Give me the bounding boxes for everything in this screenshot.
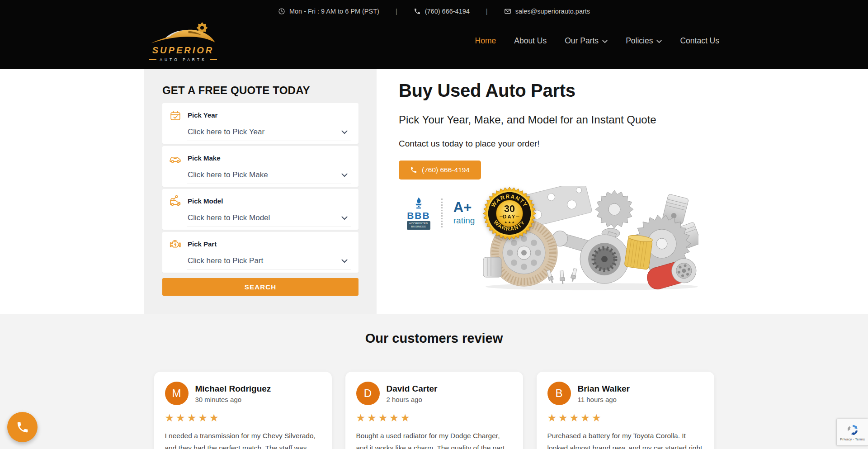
review-text: Purchased a battery for my Toyota Coroll… [547,430,703,449]
brand-name: SUPERIOR [149,45,217,56]
bbb-torch-icon [412,197,425,210]
chevron-down-icon [341,259,348,263]
field-pick-year: Pick Year Click here to Pick Year [162,103,359,144]
avatar: B [547,382,571,405]
hero-subtitle: Pick Your Year, Make, and Model for an I… [399,113,868,126]
field-pick-part: Pick Part Click here to Pick Part [162,232,359,273]
nav-home[interactable]: Home [475,36,496,46]
avatar: M [165,382,189,405]
reviewer-name: David Carter [387,384,438,394]
chevron-down-icon [341,173,348,177]
warranty-30-day-badge: WARRANTY WARRANTY 30 DAY ★ ★ ★ [483,187,536,240]
phone-icon [410,166,417,174]
pick-year-select[interactable]: Click here to Pick Year [187,127,351,141]
nav-about-us[interactable]: About Us [514,36,547,46]
review-card: D David Carter 2 hours ago ★★★★★ Bought … [345,372,523,449]
review-text: I needed a transmission for my Chevy Sil… [165,430,321,449]
field-label: Pick Model [188,195,223,205]
nav-policies[interactable]: Policies [626,36,662,46]
reviewer-name: Michael Rodriguez [195,384,271,394]
warranty-value: 30 [504,203,515,214]
clock-icon [278,8,285,15]
nav-contact-us[interactable]: Contact Us [680,36,719,46]
trust-badges: BBB ACCREDITED BUSINESS A+ rating [407,197,475,230]
hero-cta-text: Contact us today to place your order! [399,139,868,149]
brand-tagline: AUTO PARTS [149,57,217,62]
pick-make-select[interactable]: Click here to Pick Make [187,170,351,184]
recaptcha-privacy-terms[interactable]: Privacy - Terms [840,437,865,441]
car-icon [169,152,182,165]
topbar-phone-link[interactable]: (760) 666-4194 [414,8,470,15]
dotted-divider [441,199,443,227]
phone-icon [16,421,29,434]
field-label: Pick Part [188,238,217,248]
review-text: Bought a used radiator for my Dodge Char… [356,430,512,449]
air-filter [624,234,653,270]
rating-value: A+ [453,200,475,214]
topbar-email-text: sales@superiorauto.parts [515,8,590,15]
calendar-icon [169,109,182,123]
bbb-rating: A+ rating [453,200,475,226]
floating-phone-button[interactable] [7,412,38,442]
avatar: D [356,382,380,405]
topbar-separator: | [486,8,488,15]
envelope-icon [504,8,511,15]
field-label: Pick Year [188,109,217,119]
hero-section: GET A FREE QUOTE TODAY Pick Year Click h… [0,69,868,314]
rating-label: rating [453,216,475,226]
main-header-row: SUPERIOR AUTO PARTS Home About Us Our Pa… [149,19,719,62]
warranty-stars: ★ ★ ★ [505,221,514,224]
truck-icon [169,195,182,208]
topbar: Mon - Fri : 9 AM to 6 PM (PST) | (760) 6… [0,0,868,19]
pick-part-select[interactable]: Click here to Pick Part [187,255,351,270]
recaptcha-icon [846,424,859,436]
site-header: Mon - Fri : 9 AM to 6 PM (PST) | (760) 6… [0,0,868,69]
hero-phone-text: (760) 666-4194 [422,166,470,174]
bbb-accredited-logo: BBB ACCREDITED BUSINESS [407,197,430,230]
quote-form: GET A FREE QUOTE TODAY Pick Year Click h… [144,69,377,314]
chevron-down-icon [341,130,348,134]
review-card: M Michael Rodriguez 30 minutes ago ★★★★★… [154,372,332,449]
star-rating: ★★★★★ [356,412,512,424]
chevron-down-icon [656,40,662,43]
site-logo[interactable]: SUPERIOR AUTO PARTS [149,21,217,62]
review-card: B Brian Walker 11 hours ago ★★★★★ Purcha… [537,372,714,449]
review-cards: M Michael Rodriguez 30 minutes ago ★★★★★… [0,372,868,449]
hero-title: Buy Used Auto Parts [399,80,868,101]
hero-phone-button[interactable]: (760) 666-4194 [399,161,481,180]
reviews-title: Our customers review [0,314,868,346]
warranty-unit: DAY [503,214,516,219]
turbocharger [580,228,629,284]
star-rating: ★★★★★ [547,412,703,424]
reviewer-name: Brian Walker [578,384,630,394]
engine-icon [169,238,182,251]
star-rating: ★★★★★ [165,412,321,424]
topbar-email-link[interactable]: sales@superiorauto.parts [504,8,590,15]
pick-model-select[interactable]: Click here to Pick Model [187,213,351,227]
recaptcha-badge[interactable]: Privacy - Terms [836,419,868,446]
main-navigation: Home About Us Our Parts Policies Contact… [475,19,719,46]
business-hours: Mon - Fri : 9 AM to 6 PM (PST) [278,8,379,15]
topbar-phone-text: (760) 666-4194 [425,8,470,15]
quote-form-title: GET A FREE QUOTE TODAY [162,84,359,97]
hero-content: Buy Used Auto Parts Pick Your Year, Make… [399,69,868,314]
logo-car-graphic [149,21,217,47]
review-time: 30 minutes ago [195,396,271,403]
topbar-separator: | [396,8,397,15]
chevron-down-icon [602,40,608,43]
search-button[interactable]: SEARCH [162,278,359,296]
nav-our-parts[interactable]: Our Parts [565,36,608,46]
bbb-accredited-text: ACCREDITED BUSINESS [407,221,430,230]
chevron-down-icon [341,216,348,220]
phone-icon [414,8,421,15]
review-time: 11 hours ago [578,396,630,403]
review-time: 2 hours ago [387,396,438,403]
bbb-letters: BBB [407,211,430,220]
hours-text: Mon - Fri : 9 AM to 6 PM (PST) [289,8,379,15]
reviews-section: Our customers review M Michael Rodriguez… [0,314,868,449]
field-pick-model: Pick Model Click here to Pick Model [162,189,359,230]
field-pick-make: Pick Make Click here to Pick Make [162,146,359,187]
field-label: Pick Make [188,152,221,162]
piston-side [483,257,501,277]
